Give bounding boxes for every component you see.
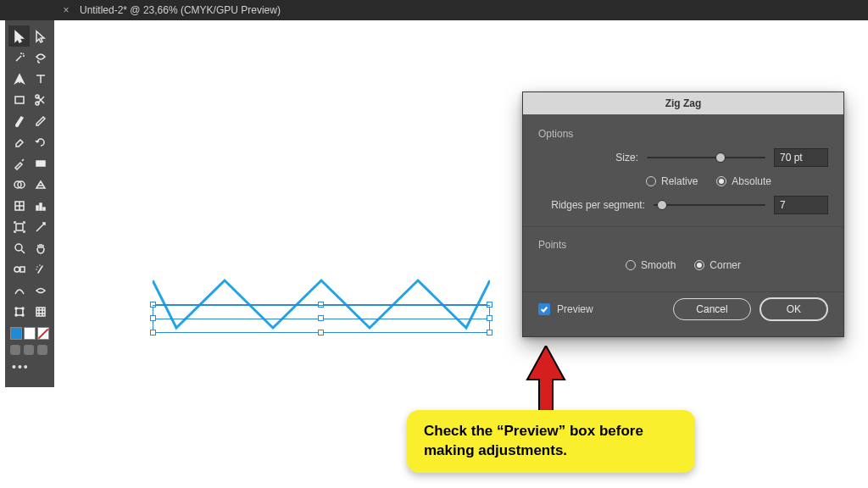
handle-se[interactable] — [487, 330, 492, 336]
corner-label: Corner — [709, 259, 741, 271]
svg-rect-0 — [15, 97, 24, 103]
draw-inside[interactable] — [37, 345, 47, 355]
size-row: Size: — [538, 148, 828, 167]
dialog-title: Zig Zag — [523, 92, 843, 114]
screen-mode-row — [8, 343, 51, 357]
annotation-callout: Check the “Preview” box before making ad… — [407, 410, 695, 473]
ridges-row: Ridges per segment: — [538, 196, 828, 214]
scissors-tool[interactable] — [30, 89, 51, 110]
ridges-slider[interactable] — [654, 204, 765, 206]
svg-rect-19 — [36, 308, 45, 316]
perspective-tool[interactable] — [30, 174, 51, 195]
relative-radio[interactable]: Relative — [646, 175, 698, 187]
eraser-tool[interactable] — [8, 131, 30, 152]
svg-rect-13 — [20, 267, 25, 272]
ok-button[interactable]: OK — [760, 297, 828, 321]
ridges-slider-knob[interactable] — [657, 200, 667, 210]
svg-rect-7 — [36, 206, 38, 210]
selection-bounding-box[interactable] — [153, 304, 490, 333]
paintbrush-tool[interactable] — [8, 110, 30, 131]
draw-normal[interactable] — [10, 345, 20, 355]
smooth-label: Smooth — [641, 259, 676, 271]
shape-builder-tool[interactable] — [8, 174, 30, 195]
tools-panel: ••• — [5, 20, 54, 387]
free-transform-tool[interactable] — [8, 301, 30, 322]
options-group-label: Options — [538, 128, 828, 140]
svg-point-11 — [15, 244, 22, 251]
fill-swatch[interactable] — [10, 327, 22, 340]
annotation-arrow-icon — [526, 346, 566, 413]
svg-rect-8 — [40, 203, 42, 210]
size-slider[interactable] — [647, 157, 765, 158]
ridges-input[interactable] — [774, 196, 828, 214]
tab-title[interactable]: Untitled-2* @ 23,66% (CMYK/GPU Preview) — [73, 4, 281, 16]
grid-tool[interactable] — [30, 301, 51, 322]
svg-rect-10 — [16, 224, 23, 230]
stroke-swatch[interactable] — [24, 327, 36, 340]
absolute-radio[interactable]: Absolute — [716, 175, 771, 187]
handle-ne[interactable] — [487, 302, 492, 308]
handle-nw[interactable] — [150, 302, 156, 308]
points-group-label: Points — [538, 239, 828, 251]
relative-label: Relative — [661, 175, 698, 187]
svg-rect-3 — [36, 161, 45, 166]
color-swatches — [8, 322, 51, 343]
handle-sw[interactable] — [150, 330, 156, 336]
direct-selection-tool[interactable] — [30, 25, 51, 47]
handle-w[interactable] — [150, 315, 156, 321]
selection-tool[interactable] — [8, 25, 30, 47]
handle-center[interactable] — [318, 315, 324, 321]
zigzag-dialog: Zig Zag Options Size: Relative Absolute — [522, 92, 844, 337]
rectangle-tool[interactable] — [8, 89, 30, 110]
eyedropper-tool[interactable] — [8, 152, 30, 174]
size-label: Size: — [538, 152, 638, 164]
column-graph-tool[interactable] — [30, 195, 51, 216]
slice-tool[interactable] — [30, 216, 51, 237]
artboard-tool[interactable] — [8, 216, 30, 237]
absolute-label: Absolute — [732, 175, 771, 187]
size-input[interactable] — [774, 148, 828, 167]
zoom-tool[interactable] — [8, 237, 30, 258]
document-tabbar: × Untitled-2* @ 23,66% (CMYK/GPU Preview… — [0, 0, 868, 20]
corner-radio[interactable]: Corner — [694, 259, 741, 271]
edit-toolbar-button[interactable]: ••• — [8, 357, 51, 377]
rotate-tool[interactable] — [30, 131, 51, 152]
cancel-button[interactable]: Cancel — [673, 298, 750, 320]
pen-tool[interactable] — [8, 68, 30, 89]
symbol-sprayer-tool[interactable] — [30, 258, 51, 280]
svg-point-12 — [14, 267, 19, 272]
magic-wand-tool[interactable] — [8, 47, 30, 68]
ridges-label: Ridges per segment: — [538, 199, 645, 211]
type-tool[interactable] — [30, 68, 51, 89]
handle-e[interactable] — [487, 315, 492, 321]
size-slider-knob[interactable] — [715, 152, 726, 163]
mesh-tool[interactable] — [8, 195, 30, 216]
preview-checkbox[interactable] — [538, 303, 550, 315]
hand-tool[interactable] — [30, 237, 51, 258]
draw-behind[interactable] — [24, 345, 34, 355]
lasso-tool[interactable] — [30, 47, 51, 68]
curvature-tool[interactable] — [8, 280, 30, 301]
handle-n[interactable] — [318, 302, 324, 308]
handle-s[interactable] — [318, 330, 324, 336]
pencil-tool[interactable] — [30, 110, 51, 131]
svg-rect-9 — [43, 208, 45, 210]
smooth-radio[interactable]: Smooth — [626, 259, 676, 271]
none-swatch[interactable] — [37, 327, 49, 340]
tab-close-button[interactable]: × — [59, 4, 73, 16]
gradient-tool[interactable] — [30, 152, 51, 174]
preview-label: Preview — [557, 303, 593, 315]
width-tool[interactable] — [30, 280, 51, 301]
blend-tool[interactable] — [8, 258, 30, 280]
